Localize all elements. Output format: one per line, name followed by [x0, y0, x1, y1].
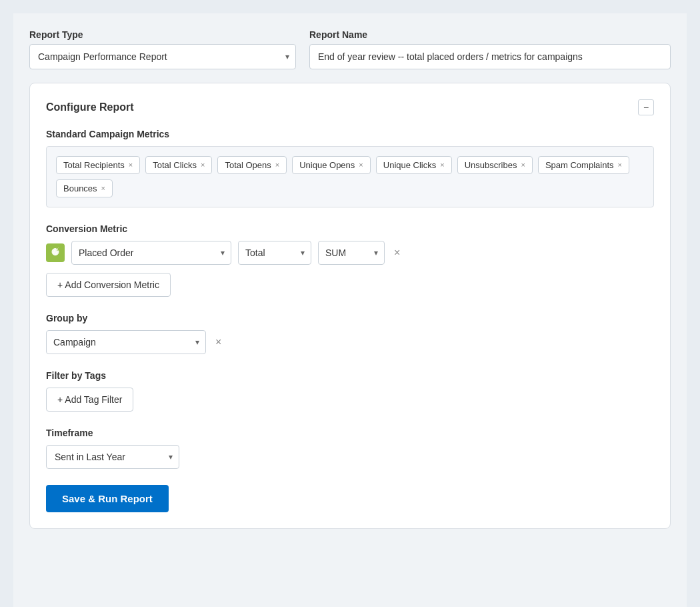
remove-metric-unique-opens-icon[interactable]: ×	[359, 161, 363, 169]
timeframe-wrapper: Sent in Last Year ▾	[46, 445, 179, 469]
total-select[interactable]: Total	[238, 241, 311, 265]
page-container: Report Type Campaign Performance Report …	[13, 13, 687, 607]
remove-metric-spam-complaints-icon[interactable]: ×	[618, 161, 622, 169]
report-type-label: Report Type	[29, 29, 296, 40]
configure-card: Configure Report − Standard Campaign Met…	[29, 83, 671, 529]
metric-label: Total Opens	[225, 160, 271, 170]
metric-label: Unique Clicks	[383, 160, 436, 170]
shopify-icon	[46, 243, 65, 262]
remove-metric-bounces-icon[interactable]: ×	[101, 185, 105, 192]
add-tag-filter-button[interactable]: + Add Tag Filter	[46, 388, 133, 412]
filter-by-tags-section: Filter by Tags + Add Tag Filter	[46, 370, 654, 412]
metric-label: Spam Complaints	[545, 160, 614, 170]
report-name-label: Report Name	[309, 29, 671, 40]
report-type-wrapper: Campaign Performance Report ▾	[29, 44, 296, 69]
remove-metric-unique-clicks-icon[interactable]: ×	[440, 161, 444, 169]
group-by-wrapper: Campaign ▾	[46, 330, 206, 354]
filter-by-tags-label: Filter by Tags	[46, 370, 654, 381]
total-wrapper: Total ▾	[238, 241, 311, 265]
remove-metric-total-clicks-icon[interactable]: ×	[201, 161, 205, 169]
add-conversion-metric-button[interactable]: + Add Conversion Metric	[46, 273, 171, 297]
metric-label: Bounces	[63, 183, 97, 193]
metric-tag-total-recipients: Total Recipients×	[56, 156, 140, 174]
sum-select[interactable]: SUM	[318, 241, 385, 265]
metric-tag-total-opens: Total Opens×	[217, 156, 287, 174]
report-type-group: Report Type Campaign Performance Report …	[29, 29, 296, 69]
minus-icon: −	[643, 102, 649, 113]
top-row: Report Type Campaign Performance Report …	[29, 29, 671, 69]
metric-label: Unsubscribes	[465, 160, 517, 170]
report-name-input[interactable]	[309, 44, 671, 69]
placed-order-wrapper: Placed Order ▾	[71, 241, 231, 265]
group-by-row: Campaign ▾ ×	[46, 330, 654, 354]
metric-label: Unique Opens	[299, 160, 355, 170]
save-run-button[interactable]: Save & Run Report	[46, 485, 169, 512]
timeframe-label: Timeframe	[46, 428, 654, 438]
standard-metrics-section: Standard Campaign Metrics Total Recipien…	[46, 129, 654, 207]
metric-tag-unsubscribes: Unsubscribes×	[457, 156, 533, 174]
group-by-select[interactable]: Campaign	[46, 330, 206, 354]
remove-conversion-icon[interactable]: ×	[394, 247, 400, 259]
conversion-metric-label: Conversion Metric	[46, 223, 654, 234]
remove-metric-unsubscribes-icon[interactable]: ×	[521, 161, 525, 169]
group-by-section: Group by Campaign ▾ ×	[46, 313, 654, 354]
conversion-metric-section: Conversion Metric Placed Order ▾	[46, 223, 654, 297]
remove-metric-total-recipients-icon[interactable]: ×	[129, 161, 133, 169]
metric-label: Total Recipients	[63, 160, 125, 170]
group-by-label: Group by	[46, 313, 654, 324]
metric-tag-bounces: Bounces×	[56, 179, 113, 197]
sum-wrapper: SUM ▾	[318, 241, 385, 265]
metric-tag-total-clicks: Total Clicks×	[145, 156, 212, 174]
metric-label: Total Clicks	[153, 160, 197, 170]
card-title: Configure Report	[46, 101, 134, 113]
metric-tag-unique-opens: Unique Opens×	[292, 156, 371, 174]
metric-tag-unique-clicks: Unique Clicks×	[376, 156, 452, 174]
report-type-select[interactable]: Campaign Performance Report	[29, 44, 296, 69]
placed-order-select[interactable]: Placed Order	[71, 241, 231, 265]
standard-metrics-label: Standard Campaign Metrics	[46, 129, 654, 139]
remove-metric-total-opens-icon[interactable]: ×	[275, 161, 279, 169]
collapse-button[interactable]: −	[638, 99, 654, 115]
metrics-area: Total Recipients×Total Clicks×Total Open…	[46, 146, 654, 207]
card-header: Configure Report −	[46, 99, 654, 115]
report-name-group: Report Name	[309, 29, 671, 69]
timeframe-section: Timeframe Sent in Last Year ▾	[46, 428, 654, 469]
remove-group-by-icon[interactable]: ×	[215, 336, 221, 348]
conversion-row: Placed Order ▾ Total ▾ SUM ▾ ×	[46, 241, 654, 265]
timeframe-select[interactable]: Sent in Last Year	[46, 445, 179, 469]
metric-tag-spam-complaints: Spam Complaints×	[538, 156, 629, 174]
